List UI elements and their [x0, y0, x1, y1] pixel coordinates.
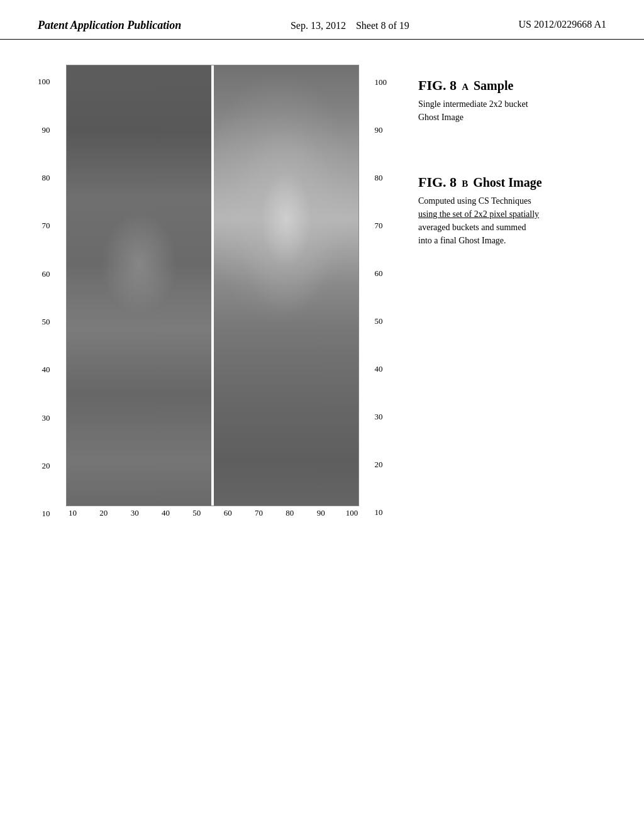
y-label-40: 40	[42, 365, 50, 374]
figure-8b-image	[214, 65, 358, 506]
caption-8a-line1: Single intermediate 2x2 bucket	[418, 99, 528, 109]
caption-8a-title: FIG. 8A Sample	[418, 77, 544, 94]
main-content: 100 90 80 70 60 50 40 30 20 10 10 20	[0, 40, 644, 807]
header-center: Sep. 13, 2012 Sheet 8 of 19	[291, 19, 409, 33]
ra-10: 10	[375, 507, 387, 517]
patent-number: US 2012/0229668 A1	[518, 19, 606, 30]
x-bottom-70: 70	[252, 509, 265, 517]
x-bottom-40: 40	[159, 509, 172, 517]
caption-8b-line4: into a final Ghost Image.	[418, 236, 506, 245]
ra-30: 30	[375, 412, 387, 422]
publication-title: Patent Application Publication	[38, 19, 181, 32]
ra-60: 60	[375, 268, 387, 279]
sheet-info: Sheet 8 of 19	[356, 20, 409, 31]
page-header: Patent Application Publication Sep. 13, …	[0, 0, 644, 40]
ra-70: 70	[375, 221, 387, 231]
fig-8b-label: FIG. 8	[418, 174, 457, 191]
x-bottom-10: 10	[67, 509, 79, 517]
x-bottom-30: 30	[128, 509, 141, 517]
right-axis-8a: 100 90 80 70 60 50 40 30 20 10	[372, 77, 387, 517]
ra-80: 80	[375, 173, 387, 183]
x-bottom-80: 80	[284, 509, 296, 517]
x-bottom-90: 90	[314, 509, 327, 517]
x-bottom-50: 50	[191, 509, 203, 517]
y-label-50: 50	[42, 318, 50, 326]
caption-8b-text: Computed using CS Techniques using the s…	[418, 194, 544, 247]
caption-8b: FIG. 8B Ghost Image Computed using CS Te…	[418, 174, 544, 247]
figure-8a-image	[67, 65, 211, 506]
x-bottom-60: 60	[221, 509, 234, 517]
fig-8a-letter: A	[462, 82, 469, 92]
figure-8a-texture	[67, 65, 211, 506]
fig-8a-label: FIG. 8	[418, 77, 457, 94]
caption-8b-line3: averaged buckets and summed	[418, 223, 526, 232]
caption-8b-line1: Computed using CS Techniques	[418, 196, 531, 206]
captions-area: FIG. 8A Sample Single intermediate 2x2 b…	[399, 65, 544, 794]
caption-8b-title: FIG. 8B Ghost Image	[418, 174, 544, 191]
fig-8b-sublabel: Ghost Image	[473, 175, 541, 190]
ra-90: 90	[375, 125, 387, 135]
caption-8a: FIG. 8A Sample Single intermediate 2x2 b…	[418, 77, 544, 124]
caption-8b-line2: using the set of 2x2 pixel spatially	[418, 209, 539, 219]
fig-8b-letter: B	[462, 179, 468, 189]
ra-20: 20	[375, 460, 387, 470]
caption-8a-line2: Ghost Image	[418, 113, 464, 122]
ra-40: 40	[375, 364, 387, 374]
y-label-30: 30	[42, 414, 50, 422]
ra-50: 50	[375, 316, 387, 326]
y-label-60: 60	[42, 270, 50, 278]
x-axis-bottom-labels: 10 20 30 40 50 60 70 80 90 100	[67, 506, 358, 517]
figures-area: 10 20 30 40 50 60 70 80 90 100	[66, 65, 359, 794]
y-label-70: 70	[42, 221, 50, 230]
y-axis-labels: 100 90 80 70 60 50 40 30 20 10	[38, 77, 53, 517]
caption-8a-text: Single intermediate 2x2 bucket Ghost Ima…	[418, 97, 544, 124]
x-bottom-100: 100	[345, 509, 358, 517]
publication-date: Sep. 13, 2012	[291, 20, 346, 31]
fig-8a-sublabel: Sample	[474, 79, 513, 93]
y-label-90: 90	[42, 126, 50, 134]
y-label-10: 10	[42, 509, 50, 517]
y-label-20: 20	[42, 462, 50, 470]
ra-100: 100	[375, 77, 387, 87]
x-bottom-20: 20	[97, 509, 110, 517]
y-label-100: 100	[38, 77, 50, 86]
y-label-80: 80	[42, 174, 50, 182]
figure-8b-texture	[214, 65, 358, 506]
image-panels-row	[66, 65, 359, 506]
